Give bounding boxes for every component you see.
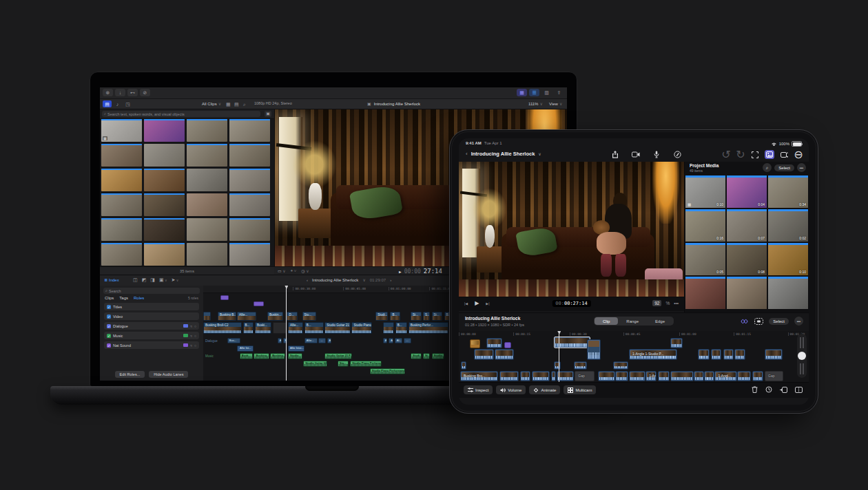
timeline-clip[interactable]: Buski... bbox=[255, 322, 271, 334]
timeline-clip[interactable] bbox=[220, 295, 229, 300]
timeline-clip[interactable]: Allie... bbox=[237, 312, 256, 321]
timeline-clip[interactable] bbox=[704, 371, 714, 381]
timeline-clip[interactable]: Studi... bbox=[375, 312, 388, 321]
timeline-clip[interactable] bbox=[615, 371, 628, 381]
browser-clip-thumbnail[interactable] bbox=[101, 144, 142, 167]
timeline-clip[interactable]: St... bbox=[411, 312, 422, 321]
inspector-toggle-icon[interactable]: ▥ bbox=[541, 89, 552, 96]
volume-button[interactable]: Volume bbox=[496, 385, 526, 394]
media-import-icon[interactable]: ⊛ bbox=[103, 89, 113, 96]
timeline-clip[interactable] bbox=[574, 361, 587, 370]
segment-range[interactable]: Range bbox=[618, 317, 647, 325]
timeline-clip[interactable] bbox=[486, 338, 502, 348]
segment-edge[interactable]: Edge bbox=[647, 317, 673, 325]
undo-icon[interactable]: ↺ bbox=[721, 150, 731, 159]
role-wave-icon[interactable]: ≈ bbox=[190, 334, 192, 338]
role-row[interactable]: ✓ Video ≈ ○ bbox=[104, 312, 199, 320]
prev-project-icon[interactable]: ‹ bbox=[307, 278, 308, 282]
timeline-clip[interactable] bbox=[504, 342, 511, 348]
role-row[interactable]: ✓ Music ≈ ○ bbox=[104, 332, 199, 339]
clip-filter-dropdown[interactable]: All Clips∨ bbox=[202, 100, 221, 107]
tab-clips[interactable]: Clips bbox=[105, 296, 114, 300]
insert-clip-icon[interactable] bbox=[780, 387, 787, 393]
browser-clip-thumbnail[interactable] bbox=[101, 169, 142, 191]
live-drawing-icon[interactable] bbox=[672, 150, 682, 159]
timeline-project-title[interactable]: Introducing Allie Sherlock bbox=[312, 278, 358, 282]
role-row[interactable]: ✓ Nat Sound ≈ ○ bbox=[104, 341, 199, 349]
media-clip-thumbnail[interactable] bbox=[685, 277, 725, 309]
browser-clip-thumbnail[interactable] bbox=[229, 243, 270, 266]
connect-clip-icon[interactable] bbox=[740, 318, 749, 325]
viewer-view-dropdown[interactable]: View∨ bbox=[549, 100, 562, 107]
timeline-clip[interactable] bbox=[711, 349, 721, 360]
timeline-clip[interactable]: Bus... bbox=[227, 338, 240, 343]
timeline-clip[interactable] bbox=[203, 312, 211, 321]
tab-tags[interactable]: Tags bbox=[119, 296, 128, 300]
mac-playhead[interactable] bbox=[286, 286, 287, 381]
role-checkbox[interactable]: ✓ bbox=[107, 343, 111, 348]
media-more-icon[interactable]: ••• bbox=[797, 163, 806, 172]
timeline-clip[interactable]: Studio Guitar 21 P... bbox=[324, 353, 352, 359]
timeline-clip[interactable]: 1-An... bbox=[645, 371, 657, 381]
browser-clip-thumbnail[interactable] bbox=[187, 119, 227, 142]
export-icon[interactable] bbox=[610, 150, 620, 159]
role-color-swatch[interactable] bbox=[183, 324, 188, 328]
timeline-clip[interactable] bbox=[499, 371, 519, 381]
add-media-icon[interactable] bbox=[779, 150, 789, 159]
timeline-clip[interactable]: St... bbox=[423, 353, 431, 359]
overwrite-icon[interactable]: ▣ ∨ bbox=[159, 277, 167, 283]
timeline-clip[interactable]: Gap bbox=[575, 371, 594, 381]
timeline-clip[interactable]: Busking Broll-C2 bbox=[203, 322, 242, 334]
browser-search-input[interactable]: ⌕ Search text, spoken words, and visual … bbox=[102, 111, 260, 117]
timeline-clip[interactable]: A bbox=[278, 338, 282, 343]
timeline-clip[interactable] bbox=[587, 339, 601, 360]
media-clip-thumbnail[interactable]: ▦ 0:10 bbox=[685, 175, 725, 208]
browser-clip-thumbnail[interactable] bbox=[144, 144, 185, 167]
browser-clip-thumbnail[interactable] bbox=[229, 193, 270, 216]
animate-button[interactable]: Animate bbox=[529, 385, 560, 394]
timeline-clip[interactable]: B... bbox=[304, 322, 324, 334]
index-button[interactable]: ≣ Index bbox=[104, 277, 119, 282]
timeline-clip[interactable]: A bbox=[383, 338, 387, 343]
timeline-clip[interactable]: Studio Piano... bbox=[351, 322, 372, 334]
browser-clip-thumbnail[interactable] bbox=[187, 193, 227, 216]
project-chevron-icon[interactable]: ∨ bbox=[362, 277, 365, 282]
titles-generators-icon[interactable]: ◳ bbox=[123, 100, 132, 107]
timeline-clip[interactable]: Studio... bbox=[432, 353, 444, 359]
ipad-playhead[interactable] bbox=[559, 331, 559, 382]
library-sidebar-icon[interactable]: ▤ bbox=[103, 100, 112, 107]
browser-clip-thumbnail[interactable] bbox=[229, 218, 270, 241]
role-checkbox[interactable]: ✓ bbox=[107, 315, 111, 319]
timeline-clip[interactable]: 1-Angle 1-Studio P... bbox=[629, 349, 678, 360]
inspect-button[interactable]: Inspect bbox=[464, 385, 493, 394]
filter-icon[interactable]: ▣ bbox=[265, 111, 271, 117]
play-button[interactable]: ▶ bbox=[399, 269, 402, 274]
timeline-clip[interactable]: Allie... bbox=[288, 322, 303, 334]
skip-back-icon[interactable]: |◀ bbox=[464, 301, 468, 306]
connect-icon[interactable]: ◫ bbox=[133, 277, 138, 283]
timeline-clip[interactable]: Busking... bbox=[270, 353, 285, 359]
timeline-clip[interactable] bbox=[598, 371, 615, 381]
timeline-clip[interactable]: Studio... bbox=[288, 353, 302, 359]
timeline-clip[interactable]: B... bbox=[390, 312, 400, 321]
timeline-clip[interactable]: Allie Inter... bbox=[288, 345, 304, 352]
media-clip-thumbnail[interactable]: 0:05 bbox=[685, 243, 725, 275]
timeline-clip[interactable] bbox=[474, 349, 494, 360]
timeline-clip[interactable]: A bbox=[389, 338, 393, 343]
background-tasks-icon[interactable]: ⊘ bbox=[140, 89, 150, 96]
timeline-clip[interactable]: Busking Bro... bbox=[460, 371, 498, 381]
browser-clip-thumbnail[interactable] bbox=[101, 193, 142, 216]
role-color-swatch[interactable] bbox=[183, 343, 188, 347]
timeline-clip[interactable]: Stu... bbox=[302, 312, 316, 321]
viewer-zoom-dropdown[interactable]: 111%∨ bbox=[528, 100, 543, 107]
media-clip-thumbnail[interactable]: 0:07 bbox=[727, 209, 767, 242]
timeline-clip[interactable] bbox=[752, 371, 763, 381]
media-clip-thumbnail[interactable]: 0:34 bbox=[768, 175, 808, 208]
timeline-clip[interactable] bbox=[723, 349, 734, 360]
timeline-clip[interactable] bbox=[551, 371, 556, 381]
title-chevron-icon[interactable]: ∨ bbox=[538, 151, 541, 156]
timeline-clip[interactable] bbox=[520, 371, 530, 381]
timeline-clip[interactable] bbox=[383, 322, 394, 334]
zoom-slider-knob[interactable] bbox=[798, 352, 806, 360]
timeline-clip[interactable]: ... bbox=[318, 338, 326, 343]
